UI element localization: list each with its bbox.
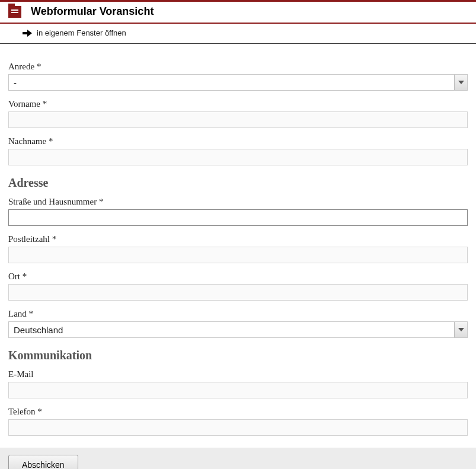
label-email: E-Mail [8, 369, 468, 379]
submit-button[interactable]: Abschicken [8, 455, 78, 469]
input-telefon[interactable] [8, 419, 468, 436]
field-strasse: Straße und Hausnummer * [8, 197, 468, 226]
input-plz[interactable] [8, 247, 468, 263]
page-header: Webformular Voransicht [0, 2, 476, 24]
input-vorname[interactable] [8, 111, 468, 128]
label-plz: Postleitzahl * [8, 234, 468, 244]
section-header-kommunikation: Kommunikation [8, 349, 468, 362]
input-nachname[interactable] [8, 149, 468, 165]
select-land-value: Deutschland [9, 322, 454, 337]
label-land: Land * [8, 309, 468, 319]
label-ort: Ort * [8, 272, 468, 282]
field-vorname: Vorname * [8, 99, 468, 128]
chevron-down-icon [454, 322, 467, 337]
select-anrede[interactable]: - [8, 74, 468, 91]
label-anrede: Anrede * [8, 62, 468, 72]
input-strasse[interactable] [8, 209, 468, 226]
open-new-window-link[interactable]: in eigenem Fenster öffnen [37, 28, 126, 37]
field-ort: Ort * [8, 272, 468, 301]
arrow-right-icon [23, 30, 32, 37]
label-telefon: Telefon * [8, 407, 468, 417]
form-container: Anrede * - Vorname * Nachname * Adresse … [0, 44, 476, 436]
select-anrede-value: - [9, 75, 454, 90]
label-strasse: Straße und Hausnummer * [8, 197, 468, 207]
field-nachname: Nachname * [8, 136, 468, 165]
label-nachname: Nachname * [8, 136, 468, 146]
select-land[interactable]: Deutschland [8, 321, 468, 338]
submit-area: Abschicken [0, 448, 476, 469]
input-email[interactable] [8, 382, 468, 398]
section-header-adresse: Adresse [8, 176, 468, 190]
field-email: E-Mail [8, 369, 468, 398]
label-vorname: Vorname * [8, 99, 468, 109]
field-land: Land * Deutschland [8, 309, 468, 338]
field-telefon: Telefon * [8, 407, 468, 436]
input-ort[interactable] [8, 284, 468, 301]
page-title: Webformular Voransicht [31, 5, 154, 18]
sub-toolbar: in eigenem Fenster öffnen [0, 24, 476, 44]
form-icon [8, 6, 21, 18]
chevron-down-icon [454, 75, 467, 90]
field-anrede: Anrede * - [8, 62, 468, 91]
field-plz: Postleitzahl * [8, 234, 468, 263]
